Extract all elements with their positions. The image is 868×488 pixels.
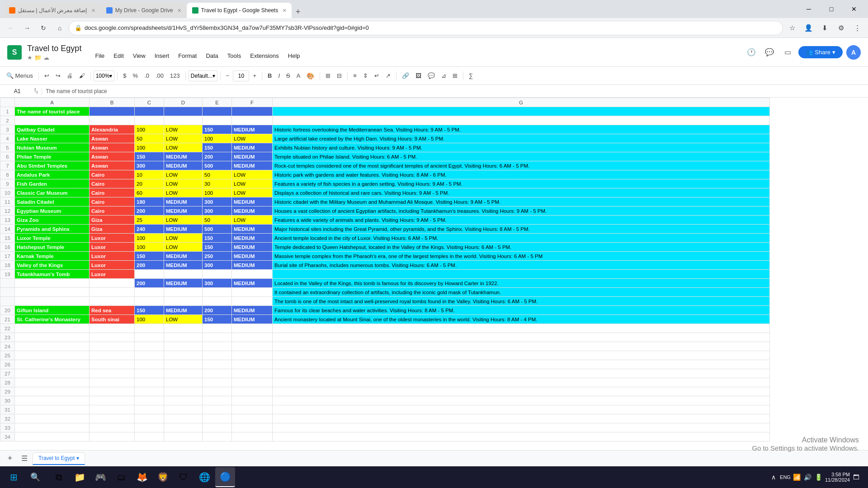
cell-c[interactable]: 60 bbox=[135, 188, 164, 197]
cell-b[interactable] bbox=[90, 333, 135, 342]
cell-f[interactable]: LOW bbox=[232, 179, 273, 188]
cell-e[interactable]: 150 bbox=[203, 243, 232, 252]
italic-button[interactable]: I bbox=[275, 70, 283, 82]
cell-c[interactable] bbox=[135, 116, 164, 125]
cell-d[interactable]: LOW bbox=[164, 188, 203, 197]
cell-g[interactable]: Large artificial lake created by the Hig… bbox=[273, 134, 770, 143]
cell-f[interactable]: MEDIUM bbox=[232, 243, 273, 252]
taskbar-files[interactable]: 🗂 bbox=[111, 467, 131, 487]
cell-e[interactable] bbox=[203, 360, 232, 369]
cell-b[interactable]: Red sea bbox=[90, 306, 135, 315]
cell-f[interactable]: MEDIUM bbox=[232, 152, 273, 161]
cell-g[interactable] bbox=[273, 432, 770, 441]
cell-c[interactable] bbox=[135, 351, 164, 360]
cell-d[interactable]: MEDIUM bbox=[164, 252, 203, 261]
cell-g[interactable] bbox=[273, 369, 770, 378]
cell-e[interactable] bbox=[203, 378, 232, 387]
cell-a[interactable]: Giftun Island bbox=[15, 306, 90, 315]
cell-f[interactable]: MEDIUM bbox=[232, 197, 273, 206]
menu-extensions[interactable]: Extensions bbox=[245, 51, 283, 61]
cell-d[interactable]: LOW bbox=[164, 243, 203, 252]
bookmark-icon[interactable]: ☆ bbox=[785, 21, 799, 35]
profile-icon[interactable]: 👤 bbox=[801, 21, 816, 35]
cell-f[interactable]: LOW bbox=[232, 188, 273, 197]
user-avatar[interactable]: A bbox=[846, 45, 861, 60]
cell-f[interactable] bbox=[232, 378, 273, 387]
cell-e[interactable] bbox=[203, 324, 232, 333]
tab2-close[interactable]: × bbox=[178, 7, 181, 14]
col-header-c[interactable]: C bbox=[135, 98, 164, 107]
cell-g[interactable] bbox=[273, 342, 770, 351]
cell-b[interactable] bbox=[90, 342, 135, 351]
taskbar-edge[interactable]: 🌐 bbox=[194, 467, 214, 487]
cell-g[interactable] bbox=[273, 351, 770, 360]
taskbar-chrome[interactable]: 🔵 bbox=[215, 467, 235, 487]
cell-d[interactable] bbox=[164, 360, 203, 369]
cell-d[interactable] bbox=[164, 405, 203, 414]
cell-a[interactable]: Hatshepsut Temple bbox=[15, 243, 90, 252]
cell-a[interactable]: The name of tourist place bbox=[15, 107, 90, 116]
link-button[interactable]: 🔗 bbox=[399, 70, 412, 82]
cell-e[interactable] bbox=[203, 288, 232, 297]
cell-b[interactable] bbox=[90, 432, 135, 441]
cell-g[interactable]: Located in the Valley of the Kings, this… bbox=[273, 279, 770, 288]
cell-b[interactable]: Alexandria bbox=[90, 125, 135, 134]
cell-d[interactable]: MEDIUM bbox=[164, 152, 203, 161]
cell-b[interactable] bbox=[90, 324, 135, 333]
cell-c[interactable] bbox=[135, 270, 164, 279]
grid-wrapper[interactable]: A B C D E F G 1The name of tourist place… bbox=[0, 98, 868, 450]
cell-e[interactable] bbox=[203, 414, 232, 423]
cell-a[interactable]: St. Catherine's Monastery bbox=[15, 315, 90, 324]
percent-btn[interactable]: % bbox=[130, 70, 141, 82]
tab-1[interactable]: إضافة معرض الأعمال | مستقل × bbox=[4, 3, 101, 18]
cell-e[interactable]: 50 bbox=[203, 216, 232, 225]
cell-f[interactable] bbox=[232, 396, 273, 405]
cell-a[interactable] bbox=[15, 378, 90, 387]
cell-g[interactable] bbox=[273, 270, 770, 279]
menu-view[interactable]: View bbox=[128, 51, 150, 61]
cell-a[interactable] bbox=[15, 405, 90, 414]
close-button[interactable]: ✕ bbox=[844, 2, 864, 16]
cell-c[interactable] bbox=[135, 432, 164, 441]
cell-b[interactable]: Luxor bbox=[90, 270, 135, 279]
cell-e[interactable] bbox=[203, 351, 232, 360]
cell-f[interactable]: MEDIUM bbox=[232, 306, 273, 315]
cell-b[interactable]: Luxor bbox=[90, 234, 135, 243]
start-button[interactable]: ⊞ bbox=[4, 467, 24, 487]
fillcolor-button[interactable]: 🎨 bbox=[304, 70, 317, 82]
cell-c[interactable]: 300 bbox=[135, 161, 164, 170]
cell-c[interactable] bbox=[135, 387, 164, 396]
cell-e[interactable] bbox=[203, 342, 232, 351]
download-icon[interactable]: ⬇ bbox=[817, 21, 832, 35]
cell-b[interactable]: Giza bbox=[90, 225, 135, 234]
cell-d[interactable] bbox=[164, 387, 203, 396]
cell-e[interactable]: 50 bbox=[203, 170, 232, 179]
cell-g[interactable]: Historic citadel with the Military Museu… bbox=[273, 197, 770, 206]
cell-e[interactable] bbox=[203, 405, 232, 414]
cell-d[interactable]: LOW bbox=[164, 216, 203, 225]
cell-f[interactable] bbox=[232, 423, 273, 432]
cell-a[interactable]: Valley of the Kings bbox=[15, 261, 90, 270]
cell-b[interactable]: Aswan bbox=[90, 143, 135, 152]
extension-icon[interactable]: ⚙ bbox=[834, 21, 848, 35]
cell-d[interactable] bbox=[164, 396, 203, 405]
filter-button[interactable]: ⊿ bbox=[439, 70, 449, 82]
tab1-close[interactable]: × bbox=[91, 7, 95, 14]
cell-b[interactable] bbox=[90, 297, 135, 306]
cell-e[interactable]: 150 bbox=[203, 143, 232, 152]
sheet-menu-button[interactable]: ☰ bbox=[18, 452, 31, 465]
menu-insert[interactable]: Insert bbox=[150, 51, 174, 61]
cell-d[interactable]: LOW bbox=[164, 179, 203, 188]
cell-g[interactable]: The tomb is one of the most intact and w… bbox=[273, 297, 770, 306]
cell-b[interactable]: South sinai bbox=[90, 315, 135, 324]
cell-d[interactable]: MEDIUM bbox=[164, 206, 203, 216]
taskbar-firefox[interactable]: 🦊 bbox=[132, 467, 152, 487]
cell-d[interactable]: LOW bbox=[164, 315, 203, 324]
cell-g[interactable] bbox=[273, 405, 770, 414]
cell-a[interactable]: Nubian Museum bbox=[15, 143, 90, 152]
cell-f[interactable]: LOW bbox=[232, 216, 273, 225]
cell-d[interactable]: MEDIUM bbox=[164, 197, 203, 206]
cell-a[interactable] bbox=[15, 387, 90, 396]
cell-c[interactable]: 25 bbox=[135, 216, 164, 225]
cell-b[interactable]: Cairo bbox=[90, 179, 135, 188]
